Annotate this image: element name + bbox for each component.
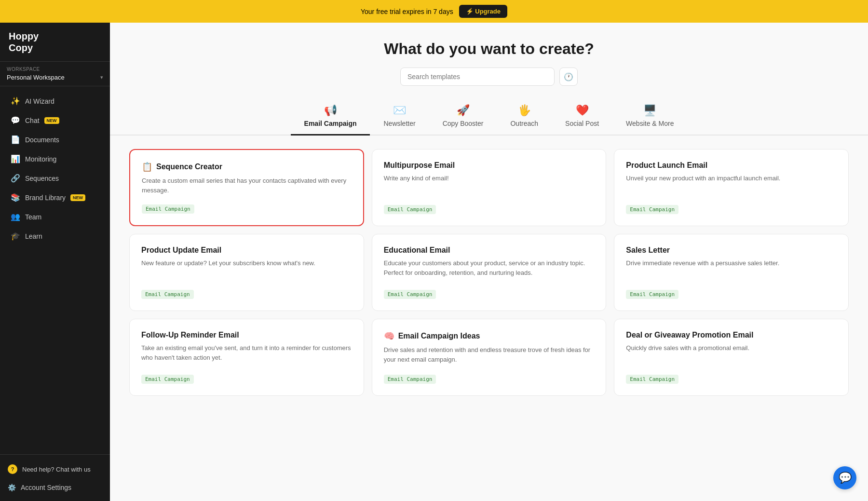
tab-icon-newsletter: ✉️ [393,104,406,117]
help-icon: ? [8,464,17,474]
badge-chat: new [44,117,59,124]
nav-label-documents: Documents [25,136,59,144]
tabs-row: 📢 Email Campaign✉️ Newsletter🚀 Copy Boos… [110,99,868,135]
page-header: What do you want to create? [110,23,868,68]
badge-brand-library: new [70,194,85,201]
tab-icon-website-more: 🖥️ [643,104,656,117]
tab-icon-outreach: 🖐️ [518,104,531,117]
card-tag-email-campaign-ideas: Email Campaign [384,375,436,384]
card-desc-deal-giveaway-promo: Quickly drive sales with a promotional e… [626,343,837,367]
nav-label-chat: Chat [25,117,40,124]
nav-icon-documents: 📄 [11,135,20,144]
card-deal-giveaway-promo[interactable]: Deal or Giveaway Promotion Email Quickly… [614,319,849,396]
tab-outreach[interactable]: 🖐️ Outreach [497,99,552,135]
nav-icon-chat: 💬 [11,116,20,125]
card-tag-product-update-email: Email Campaign [141,290,194,299]
upgrade-button[interactable]: ⚡ Upgrade [459,5,507,18]
sidebar-item-ai-wizard[interactable]: ✨ AI Wizard [3,92,107,110]
nav-icon-team: 👥 [11,212,20,221]
card-desc-product-launch-email: Unveil your new product with an impactfu… [626,174,837,197]
tab-website-more[interactable]: 🖥️ Website & More [612,99,687,135]
search-row: 🕐 [110,68,868,86]
sidebar-nav: ✨ AI Wizard 💬 Chat new📄 Documents 📊 Moni… [0,86,110,454]
nav-label-team: Team [25,213,41,221]
nav-icon-sequences: 🔗 [11,174,20,183]
logo: Hoppy Copy [9,30,101,54]
tab-label-copy-booster: Copy Booster [443,120,484,127]
sidebar-bottom: ? Need help? Chat with us ⚙️ Account Set… [0,454,110,501]
sidebar-item-team[interactable]: 👥 Team [3,207,107,226]
card-tag-educational-email: Email Campaign [384,290,436,299]
card-desc-multipurpose-email: Write any kind of email! [384,174,595,197]
nav-label-sequences: Sequences [25,175,59,182]
main-content: What do you want to create? 🕐 📢 Email Ca… [110,23,868,501]
search-input[interactable] [400,68,555,86]
card-email-campaign-ideas[interactable]: 🧠 Email Campaign Ideas Drive sales and r… [372,319,607,396]
card-title-sequence-creator: 📋 Sequence Creator [142,162,352,172]
tab-label-email-campaign: Email Campaign [304,120,357,127]
settings-icon: ⚙️ [8,484,16,491]
nav-label-monitoring: Monitoring [25,155,56,163]
tab-label-social-post: Social Post [565,120,599,127]
top-banner: Your free trial expires in 7 days ⚡ Upgr… [0,0,868,23]
card-desc-educational-email: Educate your customers about your produc… [384,258,595,282]
chat-support-button[interactable]: 💬 [833,466,856,489]
sidebar-item-monitoring[interactable]: 📊 Monitoring [3,149,107,168]
nav-label-learn: Learn [25,232,42,240]
card-tag-sales-letter: Email Campaign [626,290,678,299]
nav-icon-learn: 🎓 [11,231,20,241]
page-title: What do you want to create? [120,40,858,58]
tab-label-website-more: Website & More [626,120,674,127]
tab-email-campaign[interactable]: 📢 Email Campaign [291,99,370,135]
workspace-name[interactable]: Personal Workspace ▾ [7,74,103,81]
nav-icon-monitoring: 📊 [11,154,20,163]
help-label: Need help? Chat with us [22,466,91,473]
workspace-section[interactable]: Workspace Personal Workspace ▾ [0,62,110,86]
card-multipurpose-email[interactable]: Multipurpose Email Write any kind of ema… [372,149,607,226]
card-tag-multipurpose-email: Email Campaign [384,205,436,214]
card-tag-deal-giveaway-promo: Email Campaign [626,375,678,384]
sidebar-item-chat[interactable]: 💬 Chat new [3,111,107,130]
tab-social-post[interactable]: ❤️ Social Post [552,99,612,135]
card-title-educational-email: Educational Email [384,246,595,255]
tab-newsletter[interactable]: ✉️ Newsletter [370,99,429,135]
card-tag-follow-up-reminder: Email Campaign [141,375,194,384]
card-sequence-creator[interactable]: 📋 Sequence Creator Create a custom email… [129,149,364,226]
card-sales-letter[interactable]: Sales Letter Drive immediate revenue wit… [614,234,849,311]
sidebar-item-brand-library[interactable]: 📚 Brand Library new [3,188,107,207]
tab-icon-email-campaign: 📢 [324,104,337,117]
card-title-multipurpose-email: Multipurpose Email [384,161,595,170]
nav-label-ai-wizard: AI Wizard [25,97,54,105]
card-educational-email[interactable]: Educational Email Educate your customers… [372,234,607,311]
nav-icon-ai-wizard: ✨ [11,96,20,106]
help-chat-item[interactable]: ? Need help? Chat with us [0,460,110,479]
card-title-product-update-email: Product Update Email [141,246,352,255]
sidebar-logo: Hoppy Copy [0,23,110,62]
tab-label-newsletter: Newsletter [383,120,415,127]
card-product-launch-email[interactable]: Product Launch Email Unveil your new pro… [614,149,849,226]
sidebar-item-sequences[interactable]: 🔗 Sequences [3,169,107,188]
sidebar-item-documents[interactable]: 📄 Documents [3,130,107,149]
history-button[interactable]: 🕐 [559,68,578,86]
card-title-deal-giveaway-promo: Deal or Giveaway Promotion Email [626,331,837,339]
nav-icon-brand-library: 📚 [11,193,20,202]
tab-label-outreach: Outreach [510,120,538,127]
card-icon-sequence-creator: 📋 [142,162,152,172]
card-title-sales-letter: Sales Letter [626,246,837,255]
sidebar-item-learn[interactable]: 🎓 Learn [3,227,107,245]
card-follow-up-reminder[interactable]: Follow-Up Reminder Email Take an existin… [129,319,364,396]
card-desc-sequence-creator: Create a custom email series that has yo… [142,176,352,197]
tab-icon-social-post: ❤️ [576,104,589,117]
tab-copy-booster[interactable]: 🚀 Copy Booster [429,99,497,135]
tab-icon-copy-booster: 🚀 [457,104,470,117]
workspace-label: Workspace [7,67,103,72]
app-layout: Hoppy Copy Workspace Personal Workspace … [0,23,868,501]
cards-grid: 📋 Sequence Creator Create a custom email… [110,149,868,415]
card-desc-follow-up-reminder: Take an existing email you've sent, and … [141,343,352,367]
card-icon-email-campaign-ideas: 🧠 [384,331,394,341]
card-title-email-campaign-ideas: 🧠 Email Campaign Ideas [384,331,595,341]
card-desc-product-update-email: New feature or update? Let your subscrib… [141,258,352,282]
card-product-update-email[interactable]: Product Update Email New feature or upda… [129,234,364,311]
card-tag-sequence-creator: Email Campaign [142,204,194,214]
account-settings-item[interactable]: ⚙️ Account Settings [0,479,110,496]
